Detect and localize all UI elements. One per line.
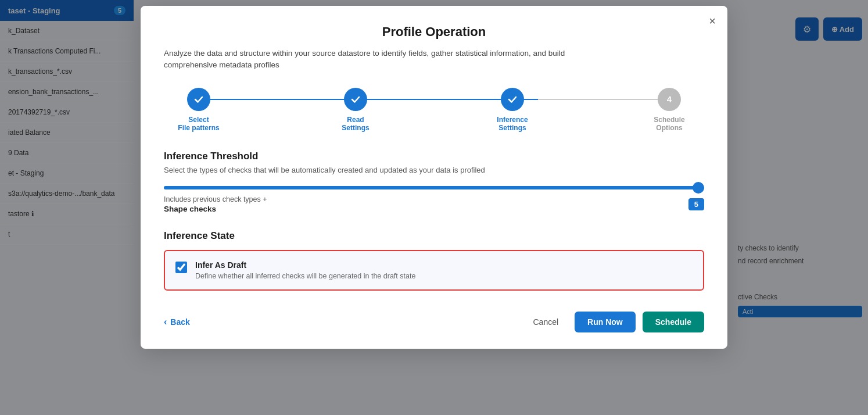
slider-value: 5 [688, 198, 704, 210]
inference-threshold-desc: Select the types of checks that will be … [164, 166, 704, 174]
check-type: Shape checks [164, 205, 216, 213]
modal-footer: ‹ Back Cancel Run Now Schedule [164, 312, 704, 332]
includes-text: Includes previous check types + [164, 195, 267, 203]
slider-description: Includes previous check types + Shape ch… [164, 195, 267, 214]
back-button[interactable]: ‹ Back [164, 317, 190, 327]
back-chevron-icon: ‹ [164, 317, 167, 327]
footer-right-buttons: Cancel Run Now Schedule [524, 312, 705, 332]
slider-track [164, 186, 704, 189]
cancel-button[interactable]: Cancel [524, 312, 568, 332]
step-1-label: Select File patterns [178, 116, 219, 132]
step-read-settings: Read Settings [321, 88, 390, 132]
back-label: Back [170, 317, 189, 327]
run-now-button[interactable]: Run Now [575, 312, 636, 332]
schedule-button[interactable]: Schedule [643, 312, 704, 332]
step-3-circle [501, 88, 524, 111]
step-2-circle [344, 88, 367, 111]
infer-as-draft-checkbox[interactable] [175, 262, 187, 273]
slider-thumb[interactable] [693, 182, 704, 194]
inference-state-title: Inference State [164, 230, 704, 242]
step-4-circle: 4 [658, 88, 681, 111]
step-4-label: Schedule Options [654, 116, 684, 132]
modal-title: Profile Operation [164, 24, 704, 40]
modal-description: Analyze the data and structure within yo… [164, 48, 617, 71]
step-1-circle [187, 88, 210, 111]
step-schedule-options: 4 Schedule Options [634, 88, 704, 132]
checkbox-content: Infer As Draft Define whether all inferr… [195, 260, 415, 280]
inference-threshold-section: Inference Threshold Select the types of … [164, 151, 704, 214]
infer-as-draft-card[interactable]: Infer As Draft Define whether all inferr… [164, 250, 704, 291]
step-inference-settings: Inference Settings [478, 88, 547, 132]
checkbox-label: Infer As Draft [195, 260, 415, 270]
step-select-file-patterns: Select File patterns [164, 88, 234, 132]
slider-fill [164, 186, 704, 189]
checkbox-desc: Define whether all inferred checks will … [195, 272, 415, 280]
slider-labels: Includes previous check types + Shape ch… [164, 195, 704, 214]
modal-overlay: × Profile Operation Analyze the data and… [0, 0, 868, 415]
inference-threshold-title: Inference Threshold [164, 151, 704, 162]
close-button[interactable]: × [709, 15, 716, 27]
threshold-slider-container[interactable] [164, 186, 704, 189]
stepper: Select File patterns Read Settings [164, 88, 704, 132]
step-2-label: Read Settings [342, 116, 369, 132]
profile-operation-modal: × Profile Operation Analyze the data and… [141, 6, 727, 349]
inference-state-section: Inference State Infer As Draft Define wh… [164, 230, 704, 291]
step-3-label: Inference Settings [497, 116, 528, 132]
